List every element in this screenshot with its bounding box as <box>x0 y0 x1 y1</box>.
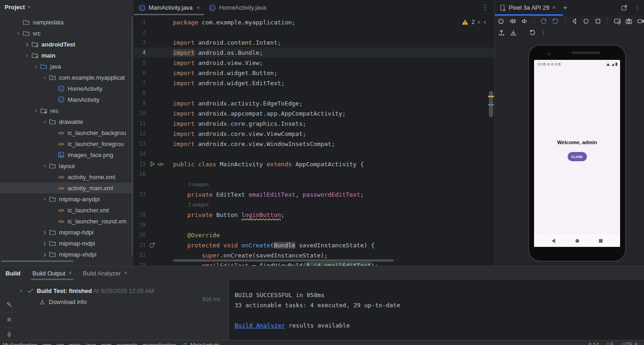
tree-item-layout[interactable]: ∨layout <box>0 160 133 171</box>
project-view-selector[interactable]: Project ∨ <box>0 0 133 14</box>
breadcrumb-segment[interactable]: main <box>69 342 81 345</box>
tab-homeactivity-java[interactable]: C HomeActivity.java <box>204 0 270 15</box>
code-line-14[interactable]: 14 <box>134 149 494 159</box>
tree-item-mipmap-anydpi[interactable]: ∨mipmap-anydpi <box>0 193 133 205</box>
tab-build-output[interactable]: Build Output × <box>27 266 78 280</box>
project-horizontal-scrollbar[interactable] <box>1 260 74 262</box>
chevron-right-icon[interactable]: ❯ <box>41 241 48 246</box>
pin-icon[interactable] <box>5 331 13 339</box>
tree-item-com-example-myapplicat[interactable]: ∨com.example.myapplicat <box>0 72 133 83</box>
code-line-3[interactable]: 3import android.content.Intent; <box>134 37 494 47</box>
chevron-down-icon[interactable]: ∨ <box>41 164 48 168</box>
chevron-down-icon[interactable]: ∨ <box>18 289 24 293</box>
upload-icon[interactable] <box>497 29 505 36</box>
usages-inlay-hint[interactable]: 2 usages <box>188 202 209 207</box>
code-line-15[interactable]: 15</>public class MainActivity extends A… <box>134 159 494 169</box>
tree-item-mipmap-mdpi[interactable]: ❯mipmap-mdpi <box>0 238 133 249</box>
chevron-down-icon[interactable]: ∨ <box>23 53 31 58</box>
breadcrumb-segment[interactable]: myapplication <box>143 342 176 345</box>
breadcrumb-segment[interactable]: example <box>116 342 137 345</box>
code-line-5[interactable]: 5import android.view.View; <box>134 58 494 68</box>
breadcrumb-segment[interactable]: java <box>86 342 96 345</box>
build-download-info-row[interactable]: Download info <box>39 296 229 307</box>
build-console[interactable]: BUILD SUCCESSFUL in 858ms33 actionable t… <box>229 280 644 340</box>
close-tab-icon[interactable]: × <box>124 270 127 276</box>
tree-item-androidtest[interactable]: ❯androidTest <box>0 39 133 50</box>
chevron-down-icon[interactable]: ∨ <box>32 109 40 113</box>
code-line-7[interactable]: 7import android.widget.EditText; <box>134 78 494 88</box>
tree-item-mainactivity[interactable]: CMainActivity <box>0 94 133 105</box>
device-options-menu-icon[interactable]: ⋮ <box>634 4 641 11</box>
volume-down-icon[interactable] <box>521 17 529 25</box>
code-line-11[interactable]: 11import androidx.core.graphics.Insets; <box>134 118 494 129</box>
breadcrumb-segment[interactable]: MyApplication <box>3 342 37 345</box>
close-button[interactable]: CLOSE <box>568 152 587 161</box>
tree-item-mipmap-hdpi[interactable]: ❯mipmap-hdpi <box>0 227 133 238</box>
android-overview-icon[interactable] <box>599 239 603 243</box>
home-icon[interactable] <box>582 17 590 25</box>
code-line-2[interactable]: 2 <box>134 27 494 37</box>
open-in-new-window-icon[interactable] <box>620 4 628 12</box>
code-line-4[interactable]: 4import android.os.Bundle; <box>134 47 494 58</box>
code-line-8[interactable]: 8 <box>134 88 494 98</box>
emulator-screen[interactable]: 12:05 Welcome, admin CLOSE <box>534 60 620 247</box>
navigation-breadcrumbs[interactable]: MyApplication›app›src›main›java›com›exam… <box>3 342 220 345</box>
tab-mainactivity-java[interactable]: C MainActivity.java × <box>134 0 204 15</box>
chevron-down-icon[interactable]: ∨ <box>32 64 40 69</box>
code-line-18[interactable]: 18 private Button loginButton; <box>134 210 494 220</box>
code-line-20[interactable]: 20 @Override <box>134 230 494 240</box>
override-gutter-icon[interactable] <box>149 241 156 249</box>
breadcrumb-segment[interactable]: com <box>101 342 112 345</box>
tree-item-ic-launcher-round-xm[interactable]: </>ic_launcher_round.xm <box>0 216 133 227</box>
record-icon[interactable] <box>637 17 644 25</box>
tree-item-java[interactable]: ∨java <box>0 61 133 72</box>
tree-item-sampledata[interactable]: sampledata <box>0 17 133 28</box>
chevron-right-icon[interactable]: ❯ <box>23 42 31 47</box>
info-stripe-mark[interactable] <box>488 104 494 105</box>
more-options-icon[interactable]: ⋮ <box>540 29 547 36</box>
chevron-down-icon[interactable]: ∨ <box>41 197 48 201</box>
prev-warning-icon[interactable]: ∧ <box>477 20 481 24</box>
code-line-10[interactable]: 10import androidx.appcompat.app.AppCompa… <box>134 108 494 118</box>
back-icon[interactable] <box>571 17 579 25</box>
tree-item-ic-launcher-xml[interactable]: </>ic_launcher.xml <box>0 205 133 216</box>
tab-build-analyzer[interactable]: Build Analyzer × <box>77 266 132 280</box>
status-widget[interactable]: LF <box>607 342 614 345</box>
next-warning-icon[interactable]: ∨ <box>483 20 486 24</box>
rotate-left-icon[interactable] <box>540 17 548 25</box>
android-home-icon[interactable] <box>575 239 579 243</box>
tree-item-res[interactable]: ∨res <box>0 105 133 116</box>
code-line-13[interactable]: 13import androidx.core.view.WindowInsets… <box>134 139 494 149</box>
breadcrumb-segment[interactable]: app <box>42 342 52 345</box>
tree-item-ic-launcher-foregrou[interactable]: </>ic_launcher_foregrou <box>0 138 133 149</box>
tree-item-mipmap-xhdpi[interactable]: ❯mipmap-xhdpi <box>0 249 133 260</box>
run-gutter-icon[interactable] <box>149 160 156 168</box>
chevron-down-icon[interactable]: ∨ <box>15 31 22 35</box>
close-tab-icon[interactable]: × <box>69 270 72 276</box>
related-xml-gutter-icon[interactable]: </> <box>157 160 164 168</box>
editor-horizontal-scrollbar[interactable] <box>173 259 394 262</box>
tree-item-activity-main-xml[interactable]: </>activity_main.xml <box>0 182 133 193</box>
download-icon[interactable] <box>509 29 517 36</box>
code-line-9[interactable]: 9import androidx.activity.EdgeToEdge; <box>134 98 494 108</box>
code-line-16[interactable]: 16 <box>134 169 494 179</box>
breadcrumb-segment[interactable]: src <box>57 342 64 345</box>
stop-icon[interactable] <box>5 316 13 324</box>
code-line-19[interactable]: 19 <box>134 220 494 230</box>
restore-icon[interactable] <box>529 29 536 36</box>
code-line-21[interactable]: 21 protected void onCreate(Bundle savedI… <box>134 240 494 250</box>
tree-item-homeactivity[interactable]: CHomeActivity <box>0 83 133 94</box>
code-line-1[interactable]: 1package com.example.myapplication; <box>134 17 494 27</box>
android-back-icon[interactable] <box>552 239 555 243</box>
rotate-right-icon[interactable] <box>552 17 559 25</box>
close-tab-icon[interactable]: × <box>552 4 556 11</box>
power-icon[interactable] <box>497 17 505 25</box>
chevron-right-icon[interactable]: ❯ <box>41 230 48 234</box>
status-widgets[interactable]: 4:14LFUTF-8 <box>588 342 638 345</box>
editor-options-menu-icon[interactable]: ⋮ <box>482 3 489 12</box>
code-line-22[interactable]: 22 super.onCreate(savedInstanceState); <box>134 250 494 260</box>
tree-item-activity-home-xml[interactable]: </>activity_home.xml <box>0 171 133 182</box>
status-widget[interactable]: UTF-8 <box>622 342 638 345</box>
project-vertical-scrollbar[interactable] <box>132 17 133 256</box>
add-device-tab-icon[interactable]: + <box>563 3 568 12</box>
